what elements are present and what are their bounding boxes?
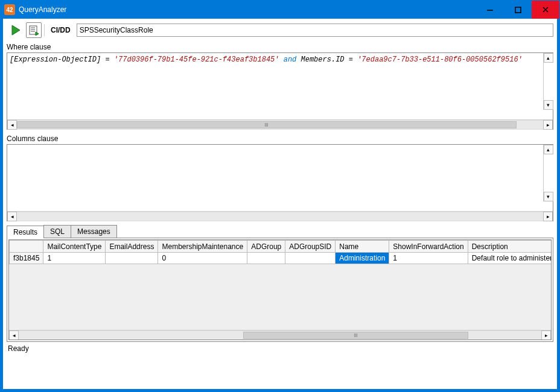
ci-dd-label: CI/DD bbox=[44, 24, 74, 36]
scroll-right-icon[interactable]: ▸ bbox=[543, 120, 553, 130]
svg-marker-4 bbox=[12, 25, 20, 35]
tab-sql[interactable]: SQL bbox=[43, 225, 71, 238]
minimize-button[interactable] bbox=[476, 1, 504, 19]
cell[interactable]: 1 bbox=[43, 253, 106, 264]
scroll-thumb[interactable] bbox=[243, 332, 468, 339]
results-hscroll[interactable]: ◂ ▸ bbox=[9, 330, 551, 340]
maximize-icon bbox=[515, 7, 521, 13]
run-button[interactable] bbox=[8, 22, 24, 38]
close-button[interactable] bbox=[532, 1, 559, 19]
scroll-left-icon[interactable]: ◂ bbox=[7, 120, 17, 130]
maximize-button[interactable] bbox=[504, 1, 532, 19]
titlebar: 42 QueryAnalyzer bbox=[1, 1, 559, 19]
status-text: Ready bbox=[8, 344, 29, 353]
where-kw: and bbox=[284, 55, 297, 64]
column-header[interactable]: MailContentType bbox=[43, 241, 106, 253]
columns-vscroll[interactable]: ▴ ▾ bbox=[543, 145, 553, 201]
scroll-right-icon[interactable]: ▸ bbox=[541, 330, 551, 340]
cell[interactable] bbox=[106, 253, 158, 264]
where-label: Where clause bbox=[7, 42, 553, 52]
column-header[interactable]: ShowInForwardAction bbox=[389, 241, 468, 253]
columns-label: Columns clause bbox=[7, 133, 553, 144]
where-val1: '77d0396f-79b1-45fe-921c-f43eaf3b1845' bbox=[114, 55, 279, 64]
script-icon bbox=[28, 25, 39, 36]
toolbar: CI/DD bbox=[7, 21, 553, 42]
column-header[interactable]: ADGroup bbox=[247, 241, 285, 253]
cell[interactable]: Default role to administer Matr bbox=[468, 253, 551, 264]
scroll-up-icon[interactable]: ▴ bbox=[544, 53, 553, 63]
columns-editor[interactable] bbox=[7, 145, 553, 211]
app-icon: 42 bbox=[4, 4, 15, 15]
cell[interactable]: 1 bbox=[389, 253, 468, 264]
results-panel: MailContentTypeEmailAddressMembershipMai… bbox=[7, 238, 553, 342]
script-button[interactable] bbox=[26, 22, 42, 38]
results-grid-wrap: MailContentTypeEmailAddressMembershipMai… bbox=[8, 239, 552, 340]
svg-rect-1 bbox=[515, 7, 521, 13]
content-area: CI/DD Where clause [Expression-ObjectID]… bbox=[1, 19, 559, 391]
tab-results[interactable]: Results bbox=[7, 226, 44, 238]
cell[interactable] bbox=[247, 253, 285, 264]
scroll-up-icon[interactable]: ▴ bbox=[544, 145, 553, 154]
title-text: QueryAnalyzer bbox=[19, 5, 66, 14]
results-tabs: Results SQL Messages bbox=[7, 225, 553, 238]
scroll-right-icon[interactable]: ▸ bbox=[543, 212, 553, 221]
column-header[interactable]: MembershipMaintenance bbox=[158, 241, 247, 253]
cell[interactable]: 0 bbox=[158, 253, 247, 264]
cell[interactable]: Administration bbox=[336, 253, 389, 264]
table-row[interactable]: f3b184510Administration1Default role to … bbox=[10, 253, 552, 264]
columns-clause-box: ▴ ▾ ◂ ▸ bbox=[7, 144, 553, 221]
where-hscroll[interactable]: ◂ ▸ bbox=[7, 119, 553, 129]
column-header[interactable]: EmailAddress bbox=[106, 241, 158, 253]
cell[interactable] bbox=[285, 253, 336, 264]
row-header: f3b1845 bbox=[10, 253, 43, 264]
close-icon bbox=[542, 6, 549, 13]
scroll-left-icon[interactable]: ◂ bbox=[9, 330, 19, 340]
window-controls bbox=[476, 1, 559, 19]
minimize-icon bbox=[486, 6, 494, 13]
where-val2: '7edaa9c7-7b33-e511-80f6-0050562f9516' bbox=[357, 55, 523, 64]
where-field1: [Expression-ObjectID] bbox=[10, 55, 101, 64]
app-window: 42 QueryAnalyzer bbox=[0, 0, 560, 392]
column-header[interactable]: ADGroupSID bbox=[285, 241, 336, 253]
scroll-down-icon[interactable]: ▾ bbox=[544, 100, 553, 110]
grid-corner bbox=[10, 241, 43, 253]
scroll-left-icon[interactable]: ◂ bbox=[7, 212, 17, 221]
column-header[interactable]: Name bbox=[336, 241, 389, 253]
play-icon bbox=[10, 24, 22, 36]
ci-dd-input[interactable] bbox=[77, 24, 553, 37]
where-vscroll[interactable]: ▴ ▾ bbox=[543, 53, 553, 110]
where-field2: Members.ID bbox=[301, 55, 345, 64]
columns-hscroll[interactable]: ◂ ▸ bbox=[7, 211, 553, 221]
scroll-down-icon[interactable]: ▾ bbox=[544, 192, 553, 201]
tab-messages[interactable]: Messages bbox=[71, 225, 117, 238]
where-editor[interactable]: [Expression-ObjectID] = '77d0396f-79b1-4… bbox=[7, 53, 553, 119]
results-grid[interactable]: MailContentTypeEmailAddressMembershipMai… bbox=[9, 240, 551, 330]
statusbar: Ready bbox=[7, 342, 553, 353]
column-header[interactable]: Description bbox=[468, 241, 551, 253]
where-clause-box: [Expression-ObjectID] = '77d0396f-79b1-4… bbox=[7, 52, 553, 130]
scroll-thumb[interactable] bbox=[17, 121, 517, 128]
